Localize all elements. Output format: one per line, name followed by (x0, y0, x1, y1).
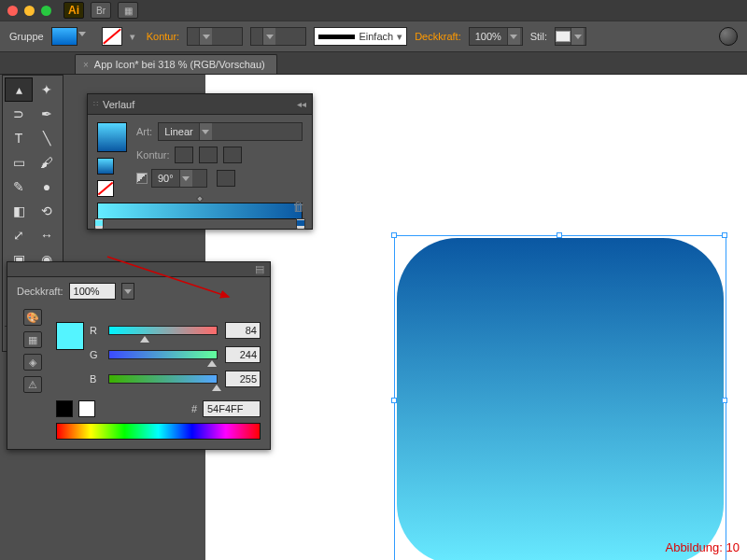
color-guide-icon[interactable]: ▦ (23, 331, 42, 348)
control-bar: Gruppe ▾ Kontur: Einfach▾ Deckkraft: 100… (0, 21, 747, 52)
magic-wand-tool[interactable]: ✦ (33, 77, 61, 102)
stroke-weight-combo[interactable] (187, 27, 243, 46)
mac-titlebar: Ai Br ▦ (0, 0, 747, 21)
g-slider[interactable] (108, 350, 218, 359)
line-tool[interactable]: ╲ (33, 126, 61, 150)
black-chip[interactable] (56, 400, 73, 417)
gradient-stroke-label: Kontur: (136, 149, 169, 161)
fill-swatch[interactable] (51, 27, 78, 46)
bridge-button[interactable]: Br (91, 2, 111, 19)
stroke-gradient-along-button[interactable] (199, 147, 218, 163)
color-3d-icon[interactable]: ◈ (23, 354, 42, 371)
gradient-stroke-button[interactable] (97, 180, 114, 197)
pen-tool[interactable]: ✒ (33, 102, 61, 126)
document-tab-title: App Icon* bei 318 % (RGB/Vorschau) (94, 59, 265, 70)
panel-grip-icon: ∷ (93, 100, 97, 108)
gradient-stop-left[interactable] (94, 218, 104, 230)
g-label: G (90, 349, 101, 360)
variable-width-combo[interactable] (250, 27, 306, 46)
brush-definition-combo[interactable]: Einfach▾ (314, 27, 407, 46)
selection-tool[interactable]: ▴ (5, 77, 33, 102)
hex-label: # (191, 403, 197, 414)
r-value-input[interactable]: 84 (225, 322, 261, 339)
color-opacity-label: Deckkraft: (17, 286, 63, 297)
delete-stop-icon[interactable]: 🗑 (292, 200, 304, 214)
resize-handle[interactable] (722, 232, 727, 238)
pencil-tool[interactable]: ✎ (5, 175, 33, 199)
paintbrush-tool[interactable]: 🖌 (33, 150, 61, 175)
angle-icon (136, 173, 148, 184)
selection-type-label: Gruppe (9, 31, 44, 42)
color-warning-icon[interactable]: ⚠ (23, 376, 42, 393)
color-spectrum[interactable] (56, 423, 261, 440)
gradient-panel: ∷ Verlauf ◂◂ Art: Linear Kontur: (87, 93, 313, 230)
resize-handle[interactable] (722, 398, 727, 403)
gradient-preview-swatch[interactable] (97, 122, 127, 152)
lasso-tool[interactable]: ⊃ (5, 102, 33, 126)
type-tool[interactable]: T (5, 126, 33, 150)
r-label: R (90, 325, 101, 336)
gradient-ramp[interactable] (97, 203, 303, 219)
g-value-input[interactable]: 244 (225, 346, 261, 363)
scale-tool[interactable]: ⤢ (5, 223, 33, 247)
figure-caption: Abbildung: 10 (665, 540, 740, 554)
stroke-gradient-across-button[interactable] (223, 147, 242, 163)
panel-menu-icon[interactable]: ▤ (255, 263, 264, 275)
gradient-panel-title: Verlauf (103, 99, 134, 110)
b-label: B (90, 373, 101, 385)
resize-handle[interactable] (557, 232, 562, 238)
opacity-combo[interactable]: 100% (469, 27, 523, 46)
stroke-swatch[interactable] (102, 27, 122, 46)
white-chip[interactable] (78, 400, 95, 417)
illustrator-logo: Ai (63, 2, 84, 19)
gradient-angle-input[interactable]: 90° (151, 169, 207, 188)
gradient-fill-button[interactable] (97, 158, 114, 175)
color-panel-sidebar: 🎨 ▦ ◈ ⚠ (17, 309, 49, 440)
stroke-label: Kontur: (147, 31, 179, 42)
color-panel: ▤ Deckkraft: 100% 🎨 ▦ ◈ ⚠ R (7, 261, 271, 450)
resize-handle[interactable] (391, 232, 397, 238)
close-tab-icon[interactable]: × (83, 60, 89, 70)
selection-bounding-box (394, 235, 726, 560)
gradient-type-combo[interactable]: Linear (158, 122, 303, 141)
panel-collapse-icon[interactable]: ◂◂ (297, 99, 306, 109)
rotate-tool[interactable]: ⟲ (33, 199, 61, 223)
rectangle-tool[interactable]: ▭ (5, 150, 33, 175)
document-tab-bar: × App Icon* bei 318 % (RGB/Vorschau) (0, 52, 747, 75)
arrange-documents-button[interactable]: ▦ (118, 2, 138, 19)
gradient-panel-header[interactable]: ∷ Verlauf ◂◂ (88, 94, 312, 115)
document-setup-button[interactable] (719, 27, 738, 46)
foreground-color-swatch[interactable] (56, 322, 84, 350)
color-panel-header[interactable]: ▤ (7, 262, 270, 277)
gradient-stop-right[interactable] (296, 218, 305, 230)
width-tool[interactable]: ↔ (33, 223, 61, 247)
close-window-button[interactable] (7, 6, 18, 16)
b-slider[interactable] (108, 374, 218, 384)
color-palette-icon[interactable]: 🎨 (23, 309, 42, 326)
color-opacity-input[interactable]: 100% (69, 283, 116, 300)
zoom-window-button[interactable] (41, 6, 51, 16)
resize-handle[interactable] (391, 398, 397, 403)
opacity-label: Deckkraft: (415, 31, 461, 42)
style-label: Stil: (530, 31, 547, 42)
blob-brush-tool[interactable]: ● (33, 175, 61, 199)
opacity-dropdown-button[interactable] (121, 283, 134, 300)
aspect-ratio-button[interactable] (217, 170, 235, 187)
r-slider[interactable] (108, 326, 218, 335)
graphic-style-combo[interactable] (555, 27, 586, 46)
gradient-type-label: Art: (136, 126, 152, 137)
eraser-tool[interactable]: ◧ (5, 199, 33, 223)
b-value-input[interactable]: 255 (225, 371, 261, 387)
document-tab[interactable]: × App Icon* bei 318 % (RGB/Vorschau) (75, 54, 277, 74)
stroke-gradient-within-button[interactable] (175, 147, 193, 163)
hex-input[interactable]: 54F4FF (203, 400, 261, 417)
minimize-window-button[interactable] (24, 6, 35, 16)
